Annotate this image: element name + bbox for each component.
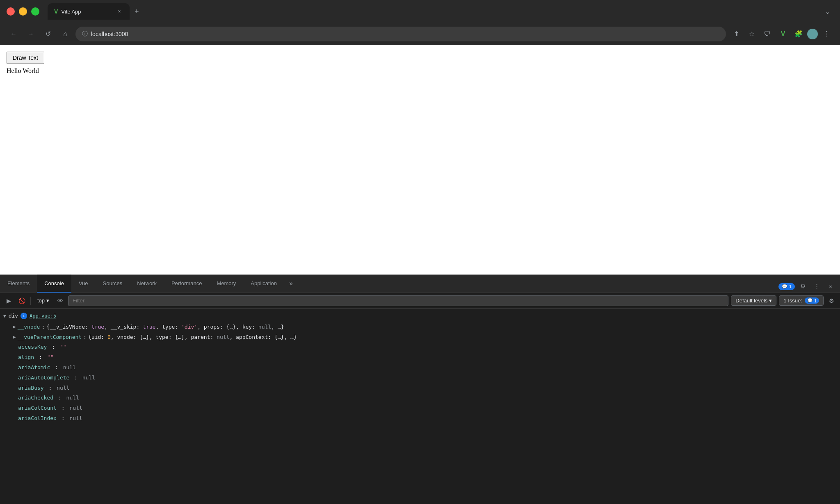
- tab-sources[interactable]: Sources: [96, 275, 130, 293]
- devtools-tabs-left: Elements Console Vue Sources Network Per…: [0, 275, 775, 293]
- filter-input[interactable]: [68, 295, 728, 306]
- issues-button[interactable]: 1 Issue: 💬 1: [779, 295, 824, 306]
- devtools-close-button[interactable]: ×: [824, 280, 837, 293]
- clear-console-button[interactable]: 🚫: [16, 295, 27, 306]
- vue-parent-prop-name: __vueParentComponent: [18, 333, 82, 342]
- default-levels-arrow-icon: ▾: [769, 297, 772, 304]
- forward-button[interactable]: →: [24, 27, 38, 41]
- traffic-lights: [7, 7, 39, 16]
- tab-console[interactable]: Console: [37, 275, 71, 293]
- aria-checked-row: ariaChecked : null: [0, 393, 840, 403]
- tab-overflow-button[interactable]: ⌄: [822, 5, 833, 19]
- issues-badge-count: 1: [814, 298, 817, 303]
- align-colon: :: [39, 354, 46, 360]
- console-content: ▼ div i App.vue:5 ▶ __vnode : {__v_isVNo…: [0, 309, 840, 504]
- default-levels-label: Default levels: [735, 297, 767, 304]
- menu-button[interactable]: ⋮: [819, 27, 833, 41]
- vue-parent-prop-value: {uid: 0, vnode: {…}, type: {…}, parent: …: [88, 333, 297, 342]
- home-button[interactable]: ⌂: [58, 27, 72, 41]
- vue-parent-colon: :: [83, 333, 87, 342]
- app-vue-link[interactable]: App.vue:5: [30, 312, 56, 320]
- issues-badge: 💬 1: [805, 297, 819, 304]
- profile-avatar[interactable]: [807, 29, 818, 39]
- tab-favicon: V: [54, 8, 58, 15]
- tab-overflow-icon[interactable]: »: [284, 275, 298, 293]
- aria-checked-value: null: [66, 395, 79, 401]
- new-tab-button[interactable]: +: [131, 6, 142, 18]
- access-key-colon: :: [52, 344, 58, 350]
- back-button[interactable]: ←: [7, 27, 21, 41]
- aria-colcount-value: null: [69, 405, 82, 411]
- vue-devtools-button[interactable]: V: [776, 27, 790, 41]
- access-key-row: accessKey : "": [0, 342, 840, 352]
- toolbar-separator: [30, 297, 31, 305]
- aria-colcount-colon: :: [62, 405, 68, 411]
- issues-label: 1 Issue:: [783, 297, 802, 304]
- maximize-button[interactable]: [31, 7, 39, 16]
- browser-window: V Vite App × + ⌄ ← → ↺ ⌂ ⓘ localhost:300…: [0, 0, 840, 504]
- tab-close-button[interactable]: ×: [116, 8, 123, 15]
- extensions-button[interactable]: 🧩: [792, 27, 806, 41]
- aria-checked-colon: :: [58, 395, 65, 401]
- aria-atomic-value: null: [63, 364, 76, 370]
- shield-button[interactable]: 🛡: [760, 27, 774, 41]
- aria-checked-name: ariaChecked: [18, 395, 53, 401]
- devtools-tab-bar: Elements Console Vue Sources Network Per…: [0, 275, 840, 293]
- vnode-colon: :: [41, 323, 45, 331]
- devtools-settings-button[interactable]: ⚙: [797, 280, 809, 293]
- aria-autocomplete-name: ariaAutoComplete: [18, 375, 69, 381]
- address-bar[interactable]: ⓘ localhost:3000: [75, 27, 726, 41]
- aria-autocomplete-row: ariaAutoComplete : null: [0, 373, 840, 383]
- tab-vue[interactable]: Vue: [71, 275, 96, 293]
- aria-colcount-name: ariaColCount: [18, 405, 57, 411]
- execute-button[interactable]: ▶: [3, 295, 14, 306]
- badge-icon: 💬: [782, 284, 788, 289]
- console-badge[interactable]: 💬 1: [778, 283, 795, 290]
- aria-colindex-value: null: [69, 415, 82, 421]
- aria-colindex-row: ariaColIndex : null: [0, 413, 840, 424]
- title-bar: V Vite App × + ⌄: [0, 0, 840, 23]
- console-div-row: ▼ div i App.vue:5: [0, 310, 840, 322]
- aria-colcount-row: ariaColCount : null: [0, 403, 840, 413]
- vue-parent-row: ▶ __vueParentComponent : {uid: 0, vnode:…: [0, 332, 840, 343]
- url-text: localhost:3000: [91, 31, 719, 37]
- aria-autocomplete-colon: :: [74, 375, 81, 381]
- vue-parent-expand-icon[interactable]: ▶: [13, 334, 16, 341]
- devtools-tabs-right: 💬 1 ⚙ ⋮ ×: [775, 280, 840, 293]
- devtools-toolbar: ▶ 🚫 top ▾ 👁 Default levels ▾ 1 Issue: 💬 …: [0, 293, 840, 309]
- tab-network[interactable]: Network: [130, 275, 164, 293]
- aria-colindex-colon: :: [62, 415, 68, 421]
- toolbar-settings-button[interactable]: ⚙: [826, 295, 837, 306]
- tab-elements[interactable]: Elements: [0, 275, 37, 293]
- draw-text-button[interactable]: Draw Text: [7, 52, 44, 64]
- tab-title: Vite App: [61, 9, 112, 15]
- eye-filter-button[interactable]: 👁: [55, 295, 66, 306]
- div-tag: div: [9, 312, 18, 320]
- bookmark-button[interactable]: ☆: [745, 27, 759, 41]
- tab-memory[interactable]: Memory: [209, 275, 243, 293]
- tab-performance[interactable]: Performance: [164, 275, 209, 293]
- active-tab[interactable]: V Vite App ×: [48, 3, 130, 20]
- minimize-button[interactable]: [19, 7, 27, 16]
- nav-bar: ← → ↺ ⌂ ⓘ localhost:3000 ⬆ ☆ 🛡 V 🧩 ⋮: [0, 23, 840, 45]
- tab-application[interactable]: Application: [243, 275, 284, 293]
- align-row: align : "": [0, 352, 840, 363]
- devtools-more-button[interactable]: ⋮: [810, 280, 823, 293]
- aria-busy-colon: :: [48, 385, 55, 391]
- access-key-value: "": [60, 344, 66, 350]
- aria-autocomplete-value: null: [82, 375, 95, 381]
- aria-atomic-name: ariaAtomic: [18, 364, 50, 370]
- context-dropdown[interactable]: top ▾: [34, 296, 52, 305]
- aria-atomic-colon: :: [55, 364, 62, 370]
- tab-bar: V Vite App × + ⌄: [48, 3, 833, 20]
- reload-button[interactable]: ↺: [41, 27, 55, 41]
- default-levels-button[interactable]: Default levels ▾: [731, 295, 776, 306]
- nav-actions: ⬆ ☆ 🛡 V 🧩 ⋮: [729, 27, 833, 41]
- share-button[interactable]: ⬆: [729, 27, 743, 41]
- close-button[interactable]: [7, 7, 15, 16]
- issues-badge-icon: 💬: [807, 298, 813, 303]
- div-expand-arrow[interactable]: ▼: [3, 313, 6, 320]
- vnode-expand-icon[interactable]: ▶: [13, 323, 16, 331]
- info-icon: i: [21, 313, 27, 319]
- aria-busy-name: ariaBusy: [18, 385, 44, 391]
